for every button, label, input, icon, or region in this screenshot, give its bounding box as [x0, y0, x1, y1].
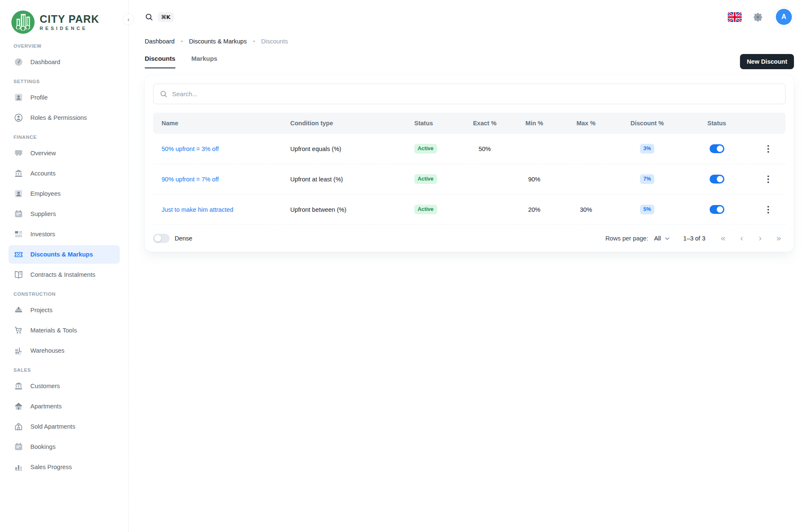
user-avatar[interactable]: A [774, 7, 794, 27]
discount-name-link[interactable]: 90% upfront = 7% off [162, 176, 219, 183]
chat-icon [14, 148, 24, 158]
rows-per-page-select[interactable]: All [654, 235, 670, 242]
investors-icon [14, 229, 24, 239]
sidebar-item-label: Overview [30, 150, 56, 157]
book-icon [14, 270, 24, 280]
status-toggle[interactable] [710, 144, 724, 153]
column-header-name: Name [153, 120, 287, 127]
toggle-knob [717, 146, 723, 152]
discount-percent-badge: 5% [640, 205, 654, 214]
dashboard-icon [14, 57, 24, 67]
brand-name-line2: RESIDENCE [40, 26, 99, 31]
sidebar-item-materials-tools[interactable]: Materials & Tools [8, 321, 120, 340]
dense-label: Dense [175, 235, 192, 242]
status-badge: Active [414, 174, 437, 184]
sidebar-section-title: SALES [8, 367, 120, 373]
breadcrumb-dashboard[interactable]: Dashboard [145, 38, 175, 45]
breadcrumb-separator [181, 41, 183, 42]
avatar-letter: A [776, 9, 792, 25]
sidebar-item-label: Roles & Permissions [30, 114, 87, 121]
sidebar-item-label: Profile [30, 94, 48, 101]
sidebar-item-suppliers[interactable]: Suppliers [8, 205, 120, 223]
topbar-right: A [728, 7, 794, 27]
min-percent-cell: 90% [508, 176, 561, 183]
column-header-status-toggle: Status [683, 120, 751, 127]
table-footer: Dense Rows per page: All 1–3 of 3 « ‹ › … [153, 225, 786, 252]
sidebar-item-label: Contracts & Instalments [30, 271, 95, 278]
sidebar-item-roles-permissions[interactable]: Roles & Permissions [8, 108, 120, 127]
search-icon [145, 13, 154, 22]
search-shortcut-badge: ⌘K [158, 12, 174, 22]
sidebar-section-title: CONSTRUCTION [8, 292, 120, 297]
city-park-logo-icon [11, 10, 35, 34]
uk-flag-icon[interactable] [728, 12, 742, 22]
pagination-range: 1–3 of 3 [683, 235, 705, 242]
global-search-button[interactable]: ⌘K [145, 12, 174, 22]
rows-per-page-value: All [654, 235, 661, 242]
sidebar-item-accounts[interactable]: Accounts [8, 164, 120, 183]
sidebar-item-label: Dashboard [30, 59, 60, 65]
tab-discounts[interactable]: Discounts [145, 55, 176, 68]
sidebar-section: CONSTRUCTION Projects Materials & Tools … [8, 292, 120, 360]
sidebar-item-label: Warehouses [30, 347, 65, 354]
sidebar-item-label: Employees [30, 190, 61, 197]
table-search-input[interactable] [172, 90, 779, 97]
previous-page-button[interactable]: ‹ [735, 232, 748, 245]
table-body: 50% upfront = 3% off Upfront equals (%) … [153, 134, 786, 225]
main-area: ⌘K [129, 0, 810, 532]
sidebar-item-dashboard[interactable]: Dashboard [8, 53, 120, 71]
sidebar-item-sales-progress[interactable]: Sales Progress [8, 458, 120, 476]
topbar: ⌘K [145, 0, 794, 34]
breadcrumb: Dashboard Discounts & Markups Discounts [145, 38, 794, 45]
dense-toggle[interactable] [153, 234, 170, 243]
sidebar-item-bookings[interactable]: Bookings [8, 437, 120, 456]
next-page-button[interactable]: › [753, 232, 767, 245]
toggle-knob [717, 176, 723, 182]
sidebar-item-customers[interactable]: Customers [8, 377, 120, 395]
settings-gear-icon[interactable] [749, 8, 766, 25]
new-discount-button[interactable]: New Discount [740, 54, 794, 69]
table-search [153, 84, 786, 104]
tabs-row: Discounts Markups New Discount [145, 54, 794, 69]
row-menu-button[interactable] [761, 203, 775, 216]
discounts-card: Name Condition type Status Exact % Min %… [145, 75, 794, 252]
sidebar-item-label: Apartments [30, 403, 62, 410]
sidebar-item-projects[interactable]: Projects [8, 301, 120, 319]
sidebar-item-overview[interactable]: Overview [8, 144, 120, 162]
tab-discounts-label: Discounts [145, 55, 176, 62]
sidebar-section-title: SETTINGS [8, 79, 120, 84]
column-header-status: Status [411, 120, 462, 127]
breadcrumb-discounts-markups[interactable]: Discounts & Markups [189, 38, 247, 45]
sidebar-collapse-button[interactable]: ‹ [123, 14, 134, 25]
row-menu-button[interactable] [761, 173, 775, 186]
sidebar-item-sold-apartments[interactable]: Sold Apartments [8, 417, 120, 436]
sidebar-item-contracts-instalments[interactable]: Contracts & Instalments [8, 265, 120, 284]
sidebar-item-profile[interactable]: Profile [8, 88, 120, 107]
max-percent-cell: 30% [561, 206, 611, 213]
brand-logo: CITY PARK RESIDENCE [8, 10, 120, 34]
discount-name-link[interactable]: 50% upfront = 3% off [162, 146, 219, 152]
sidebar-item-investors[interactable]: Investors [8, 225, 120, 243]
sidebar-section: SALES Customers Apartments Sold Apartmen… [8, 367, 120, 476]
bank-icon [14, 168, 24, 178]
column-header-exact: Exact % [462, 120, 508, 127]
sidebar-item-discounts-markups[interactable]: Discounts & Markups [8, 245, 120, 264]
sidebar-item-employees[interactable]: Employees [8, 184, 120, 203]
first-page-button[interactable]: « [716, 232, 730, 245]
condition-type-cell: Upfront at least (%) [287, 176, 411, 183]
status-toggle[interactable] [710, 205, 724, 214]
row-menu-button[interactable] [761, 142, 775, 156]
status-toggle[interactable] [710, 175, 724, 184]
chevron-down-icon [664, 235, 671, 242]
sidebar-item-label: Bookings [30, 443, 56, 450]
sidebar-item-apartments[interactable]: Apartments [8, 397, 120, 416]
exact-percent-cell: 50% [462, 146, 508, 152]
sidebar-item-label: Projects [30, 307, 52, 313]
sidebar-item-warehouses[interactable]: Warehouses [8, 341, 120, 360]
sidebar-section: OVERVIEW Dashboard [8, 43, 120, 71]
bar-chart-icon [14, 462, 24, 472]
discount-name-link[interactable]: Just to make him attracted [162, 206, 233, 213]
tab-markups[interactable]: Markups [192, 55, 218, 68]
table-row: Just to make him attracted Upfront betwe… [153, 194, 786, 225]
last-page-button[interactable]: » [772, 232, 786, 245]
